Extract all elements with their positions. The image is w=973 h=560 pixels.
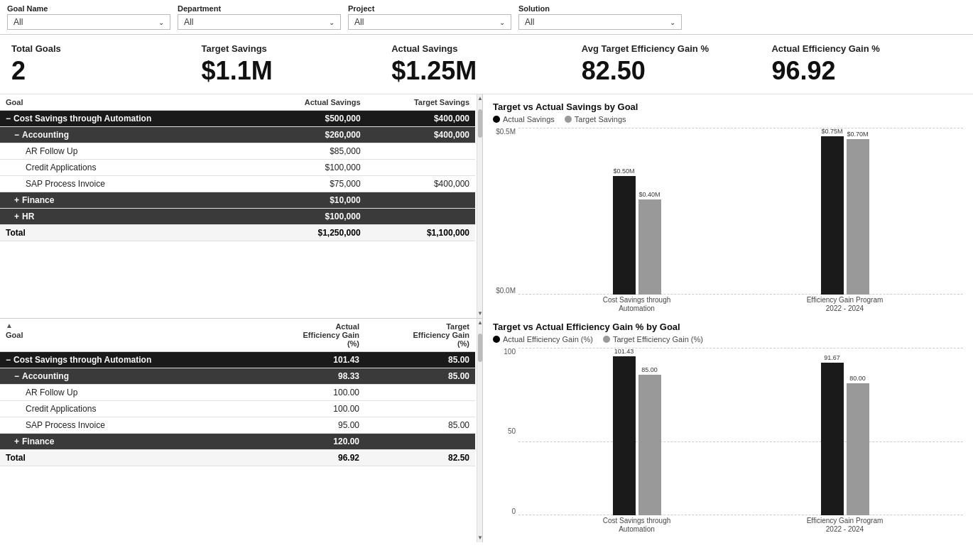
filter-select-department[interactable]: All ⌄ — [178, 14, 341, 30]
bar-group: $0.75M$0.70M — [741, 128, 949, 295]
expand-icon[interactable]: + — [14, 195, 19, 205]
left-panel: Goal Actual Savings Target Savings −Cost… — [0, 94, 483, 542]
kpi-total-goals: Total Goals 2 — [11, 43, 202, 85]
bar-value-label: $0.50M — [613, 168, 634, 175]
scroll-up-arrow-eff[interactable]: ▲ — [477, 319, 482, 327]
bar-rect — [638, 199, 661, 295]
savings-table: Goal Actual Savings Target Savings −Cost… — [0, 94, 475, 241]
cell-actual-eff: 101.43 — [255, 351, 365, 368]
kpi-value-avg-target-efficiency: 82.50 — [582, 57, 646, 85]
cell-target-savings: $400,000 — [366, 110, 475, 126]
bar-group: 101.4385.00 — [533, 348, 741, 515]
table-row: Total $1,250,000 $1,100,000 — [0, 224, 475, 241]
cell-name: AR Follow Up — [0, 384, 255, 400]
cell-actual-savings: $1,250,000 — [256, 224, 366, 241]
scroll-down-arrow-eff[interactable]: ▼ — [477, 534, 482, 542]
cell-target-savings — [366, 192, 475, 208]
filter-select-project[interactable]: All ⌄ — [348, 14, 511, 30]
kpi-actual-savings: Actual Savings $1.25M — [391, 43, 582, 85]
scroll-down-arrow[interactable]: ▼ — [477, 309, 482, 318]
scroll-up-arrow[interactable]: ▲ — [477, 94, 482, 103]
collapse-icon[interactable]: − — [6, 355, 11, 365]
legend-target-savings: Target Savings — [565, 115, 626, 123]
cell-target-eff: 85.00 — [365, 368, 475, 384]
chart2-x-labels: Cost Savings through AutomationEfficienc… — [518, 515, 963, 535]
collapse-icon[interactable]: − — [14, 371, 19, 381]
y-label-bottom: $0.0M — [496, 287, 516, 295]
chart1-area: $0.5M $0.0M $0.50M$0.40M$0.75M$0.70M Cos… — [493, 128, 963, 315]
bar-container: $0.50M — [613, 128, 636, 295]
chart1-bars: $0.50M$0.40M$0.75M$0.70M — [518, 128, 963, 295]
chart2-legend: Actual Efficiency Gain (%) Target Effici… — [493, 335, 963, 344]
bar-rect — [613, 356, 636, 515]
bar-x-label: Cost Savings through Automation — [533, 517, 741, 534]
kpi-value-actual-savings: $1.25M — [391, 57, 477, 85]
cell-name: Credit Applications — [0, 159, 256, 175]
cell-target-savings: $400,000 — [366, 175, 475, 192]
filter-value-department: All — [184, 17, 193, 27]
filter-label-goalname: Goal Name — [7, 4, 170, 13]
expand-icon[interactable]: + — [14, 437, 19, 446]
kpi-row: Total Goals 2 Target Savings $1.1M Actua… — [0, 35, 973, 94]
filter-label-solution: Solution — [518, 4, 682, 13]
cell-name: Credit Applications — [0, 400, 255, 417]
filter-group-department: Department All ⌄ — [178, 4, 341, 30]
bar-x-label: Efficiency Gain Program 2022 - 2024 — [741, 296, 949, 313]
kpi-label-target-savings: Target Savings — [202, 43, 267, 54]
table-row: +Finance 120.00 — [0, 433, 475, 449]
expand-icon[interactable]: + — [14, 212, 19, 221]
cell-target-eff: 85.00 — [365, 351, 475, 368]
table2-up-arrow[interactable]: ▲ — [0, 319, 18, 332]
col-goal-eff: Goal — [0, 319, 255, 352]
cell-actual-savings: $10,000 — [256, 192, 366, 208]
chart1-y-axis: $0.5M $0.0M — [493, 128, 518, 315]
chevron-down-icon: ⌄ — [670, 18, 675, 26]
cell-name: −Cost Savings through Automation — [0, 110, 256, 126]
bar-value-label: 85.00 — [641, 366, 658, 373]
cell-target-eff — [365, 400, 475, 417]
bar-rect — [821, 363, 844, 515]
kpi-value-total-goals: 2 — [11, 57, 26, 85]
filter-select-solution[interactable]: All ⌄ — [518, 14, 682, 30]
legend-actual-savings: Actual Savings — [493, 115, 555, 123]
scroll-thumb-eff[interactable] — [478, 334, 482, 362]
filter-label-department: Department — [178, 4, 341, 13]
cell-name: +Finance — [0, 192, 256, 208]
cell-target-savings — [366, 143, 475, 159]
chart1-content: $0.50M$0.40M$0.75M$0.70M Cost Savings th… — [518, 128, 963, 315]
table-section-savings: Goal Actual Savings Target Savings −Cost… — [0, 94, 482, 319]
scrollbar-efficiency[interactable]: ▲ ▼ — [477, 319, 482, 542]
chevron-down-icon: ⌄ — [499, 18, 505, 26]
scroll-thumb[interactable] — [478, 109, 482, 138]
chart-section-savings: Target vs Actual Savings by Goal Actual … — [493, 101, 963, 315]
bar-rect — [638, 375, 661, 515]
collapse-icon[interactable]: − — [6, 114, 11, 123]
collapse-icon[interactable]: − — [14, 130, 19, 140]
bar-group: $0.50M$0.40M — [533, 128, 741, 295]
legend-label-actual: Actual Savings — [503, 115, 555, 123]
bar-rect — [847, 383, 869, 515]
y-label-top: $0.5M — [496, 128, 516, 136]
bar-value-label: 101.43 — [614, 348, 634, 355]
cell-name: +HR — [0, 208, 256, 224]
cell-actual-eff: 100.00 — [255, 384, 365, 400]
cell-actual-savings: $75,000 — [256, 175, 366, 192]
bar-group-bars: 101.4385.00 — [613, 348, 661, 515]
bar-value-label: 80.00 — [849, 375, 866, 382]
bar-container: $0.70M — [847, 128, 869, 295]
cell-target-eff: 82.50 — [365, 449, 475, 466]
cell-name: +Finance — [0, 433, 255, 449]
bar-x-label: Efficiency Gain Program 2022 - 2024 — [741, 517, 949, 534]
bar-container: 91.67 — [821, 348, 844, 515]
table-row: −Accounting 98.33 85.00 — [0, 368, 475, 384]
cell-actual-eff: 96.92 — [255, 449, 365, 466]
legend-target-eff: Target Efficiency Gain (%) — [603, 335, 703, 344]
filter-select-goalname[interactable]: All ⌄ — [7, 14, 170, 30]
table-row: SAP Process Invoice 95.00 85.00 — [0, 417, 475, 433]
legend-label-target: Target Savings — [575, 115, 626, 123]
filter-group-project: Project All ⌄ — [348, 4, 511, 30]
cell-actual-savings: $100,000 — [256, 208, 366, 224]
scrollbar-savings[interactable]: ▲ ▼ — [477, 94, 482, 318]
filter-label-project: Project — [348, 4, 511, 13]
right-panel: Target vs Actual Savings by Goal Actual … — [483, 94, 973, 542]
